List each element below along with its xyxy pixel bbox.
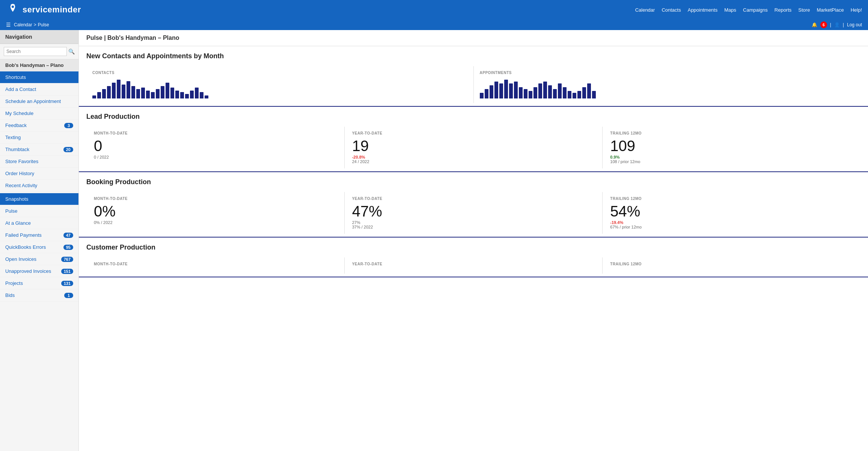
bar <box>538 83 542 98</box>
sidebar-item-unapproved-invoices[interactable]: Unapproved Invoices 151 <box>0 265 78 277</box>
sidebar-item-shortcuts[interactable]: Shortcuts <box>0 71 78 83</box>
lead-mtd-label: MONTH-TO-DATE <box>94 131 337 135</box>
lead-ytd-value: 19 <box>352 138 595 153</box>
user-icon[interactable]: 👤 <box>834 22 840 27</box>
customer-production-section: Customer Production MONTH-TO-DATE YEAR-T… <box>79 238 868 277</box>
logout-link[interactable]: Log out <box>847 22 862 27</box>
nav-appointments[interactable]: Appointments <box>688 7 718 13</box>
contacts-bar-chart <box>92 78 467 98</box>
booking-t12-value: 54% <box>610 204 853 219</box>
bar <box>170 88 174 98</box>
unapproved-invoices-badge: 151 <box>61 269 73 274</box>
bar <box>97 92 101 98</box>
quickbooks-badge: 95 <box>63 245 73 250</box>
lead-mtd-sub: 0 / 2022 <box>94 155 337 159</box>
hamburger-icon[interactable]: ☰ <box>6 22 11 28</box>
sidebar-item-failed-payments[interactable]: Failed Payments 47 <box>0 229 78 241</box>
contacts-chart-block: CONTACTS <box>86 66 474 103</box>
sidebar-item-bids[interactable]: Bids 1 <box>0 289 78 301</box>
bar <box>573 93 576 98</box>
lead-t12-label: TRAILING 12MO <box>610 131 853 135</box>
projects-badge: 131 <box>61 281 73 286</box>
nav-campaigns[interactable]: Campaigns <box>743 7 768 13</box>
sidebar-item-thumbtack[interactable]: Thumbtack 20 <box>0 144 78 156</box>
nav-calendar[interactable]: Calendar <box>635 7 655 13</box>
booking-stats-row: MONTH-TO-DATE 0% 0% / 2022 YEAR-TO-DATE … <box>86 192 860 234</box>
bar <box>524 89 527 98</box>
sidebar-item-quickbooks-errors[interactable]: QuickBooks Errors 95 <box>0 241 78 253</box>
sidebar-item-texting[interactable]: Texting <box>0 132 78 144</box>
sidebar-item-pulse[interactable]: Pulse <box>0 205 78 217</box>
search-input[interactable] <box>4 47 67 56</box>
customer-mtd-block: MONTH-TO-DATE <box>86 257 345 274</box>
bar <box>185 94 189 99</box>
bar <box>166 83 169 98</box>
booking-t12-sub: 67% / prior 12mo <box>610 225 853 229</box>
sidebar-item-store-favorites[interactable]: Store Favorites <box>0 156 78 168</box>
bell-icon[interactable]: 🔔 <box>812 22 817 27</box>
bar <box>485 89 488 98</box>
main-content: Pulse | Bob's Handyman – Plano New Conta… <box>79 30 868 451</box>
sidebar-item-feedback[interactable]: Feedback 3 <box>0 120 78 132</box>
bar <box>180 92 184 98</box>
notification-badge: 6 <box>820 21 827 28</box>
feedback-badge: 3 <box>64 123 73 128</box>
sidebar: Navigation 🔍 Bob's Handyman – Plano Shor… <box>0 30 79 451</box>
logo-area: serviceminder <box>6 3 81 17</box>
open-invoices-badge: 767 <box>61 257 73 262</box>
bar <box>136 89 140 98</box>
lead-mtd-value: 0 <box>94 138 337 153</box>
booking-production-section: Booking Production MONTH-TO-DATE 0% 0% /… <box>79 172 868 238</box>
thumbtack-badge: 20 <box>63 147 73 152</box>
sidebar-item-order-history[interactable]: Order History <box>0 168 78 180</box>
bar <box>587 83 591 98</box>
account-label[interactable]: Bob's Handyman – Plano <box>0 59 78 71</box>
booking-ytd-label: YEAR-TO-DATE <box>352 197 595 201</box>
nav-help[interactable]: Help! <box>851 7 862 13</box>
nav-contacts[interactable]: Contacts <box>662 7 681 13</box>
bar <box>195 88 199 98</box>
bar <box>102 89 106 98</box>
search-icon[interactable]: 🔍 <box>68 48 75 54</box>
bar <box>548 85 552 98</box>
sidebar-item-schedule-appointment[interactable]: Schedule an Appointment <box>0 95 78 107</box>
customer-production-title: Customer Production <box>86 244 860 251</box>
lead-ytd-sub: 24 / 2022 <box>352 159 595 164</box>
sidebar-item-snapshots[interactable]: Snapshots <box>0 193 78 205</box>
bar <box>480 93 484 98</box>
lead-ytd-block: YEAR-TO-DATE 19 -20.8% 24 / 2022 <box>345 127 603 168</box>
bar <box>122 85 125 99</box>
sidebar-item-open-invoices[interactable]: Open Invoices 767 <box>0 253 78 265</box>
nav-reports[interactable]: Reports <box>775 7 792 13</box>
sidebar-item-recent-activity[interactable]: Recent Activity <box>0 180 78 192</box>
lead-production-section: Lead Production MONTH-TO-DATE 0 0 / 2022… <box>79 107 868 172</box>
logo-icon <box>6 3 20 17</box>
breadcrumb-home[interactable]: Calendar <box>14 22 32 27</box>
lead-t12-change: 0.9% <box>610 155 853 159</box>
booking-ytd-sub1: 27% <box>352 220 595 225</box>
sidebar-item-my-schedule[interactable]: My Schedule <box>0 107 78 120</box>
customer-ytd-block: YEAR-TO-DATE <box>345 257 603 274</box>
booking-ytd-sub2: 37% / 2022 <box>352 225 595 229</box>
customer-t12-label: TRAILING 12MO <box>610 262 853 266</box>
booking-mtd-value: 0% <box>94 204 337 219</box>
appointments-chart-label: APPOINTMENTS <box>480 71 855 75</box>
bar <box>175 91 179 98</box>
bar <box>582 87 586 98</box>
bar <box>558 83 562 98</box>
bar <box>543 82 547 98</box>
bar <box>504 80 508 98</box>
booking-mtd-sub: 0% / 2022 <box>94 220 337 225</box>
breadcrumb: ☰ Calendar > Pulse <box>6 22 49 28</box>
sidebar-item-at-a-glance[interactable]: At a Glance <box>0 217 78 229</box>
booking-mtd-block: MONTH-TO-DATE 0% 0% / 2022 <box>86 192 345 234</box>
nav-store[interactable]: Store <box>798 7 810 13</box>
nav-maps[interactable]: Maps <box>724 7 736 13</box>
bar <box>156 89 160 98</box>
bar <box>529 91 532 98</box>
divider2: | <box>843 22 844 27</box>
sidebar-item-add-contact[interactable]: Add a Contact <box>0 83 78 95</box>
sidebar-item-projects[interactable]: Projects 131 <box>0 277 78 289</box>
nav-marketplace[interactable]: MarketPlace <box>817 7 844 13</box>
breadcrumb-separator: > <box>34 22 36 27</box>
